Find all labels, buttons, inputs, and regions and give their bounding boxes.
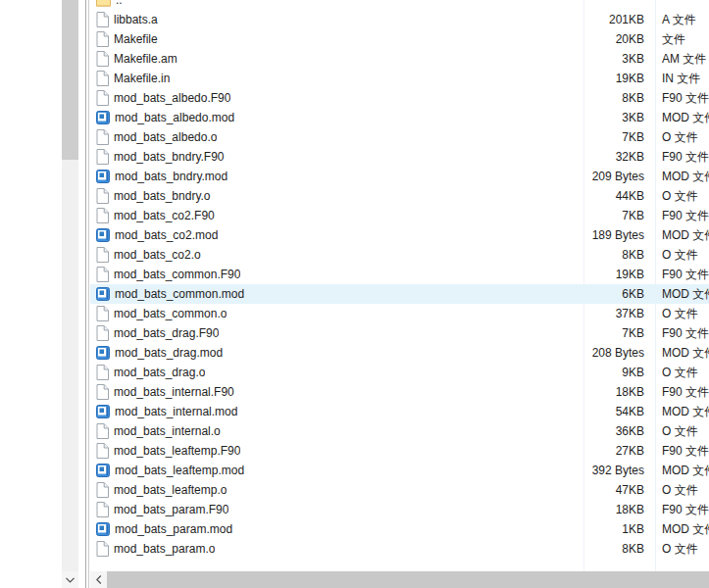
file-name: Makefile.in [114, 72, 170, 85]
file-row[interactable]: mod_bats_leaftemp.F90 27KB F90 文件 [90, 441, 709, 461]
file-row[interactable]: mod_bats_leaftemp.o 47KB O 文件 [90, 480, 709, 500]
file-size: 8KB [583, 542, 655, 556]
file-row[interactable]: mod_bats_param.F90 18KB F90 文件 [90, 500, 709, 519]
file-name-cell: Makefile.in [90, 71, 583, 86]
file-icon [96, 325, 109, 341]
file-row[interactable]: mod_bats_drag.F90 7KB F90 文件 [90, 323, 709, 343]
mod-file-icon [96, 228, 110, 242]
file-size: 19KB [583, 72, 655, 85]
file-manager-window: .. libbats.a 201KB A 文件 [0, 0, 709, 588]
file-row[interactable]: mod_bats_albedo.mod 3KB MOD 文件 [90, 108, 709, 127]
file-row[interactable]: mod_bats_param.mod 1KB MOD 文件 [90, 519, 709, 539]
file-size: 6KB [583, 287, 655, 301]
file-row[interactable]: mod_bats_bndry.F90 32KB F90 文件 [90, 147, 709, 167]
file-type: F90 文件 [655, 502, 709, 518]
file-name-cell: Makefile [90, 31, 583, 47]
file-name: mod_bats_co2.F90 [114, 209, 215, 222]
file-name-cell: mod_bats_param.o [90, 541, 583, 557]
file-row[interactable]: mod_bats_albedo.F90 8KB F90 文件 [90, 88, 709, 108]
file-list-rows: .. libbats.a 201KB A 文件 [90, 0, 709, 559]
file-name: mod_bats_bndry.o [114, 189, 211, 203]
file-name-cell: mod_bats_internal.o [90, 423, 583, 439]
file-name: mod_bats_leaftemp.mod [115, 464, 244, 477]
file-size: 392 Bytes [583, 464, 655, 477]
file-name-cell: mod_bats_leaftemp.mod [90, 464, 583, 477]
file-row[interactable]: mod_bats_drag.o 9KB O 文件 [90, 363, 709, 382]
file-name-cell: mod_bats_leaftemp.F90 [90, 443, 583, 459]
file-row[interactable]: mod_bats_co2.F90 7KB F90 文件 [90, 206, 709, 225]
file-size: 27KB [583, 444, 655, 458]
file-type: A 文件 [655, 12, 696, 28]
file-row[interactable]: .. [90, 0, 709, 10]
file-type: MOD 文件 [655, 227, 709, 244]
file-row[interactable]: mod_bats_bndry.mod 209 Bytes MOD 文件 [90, 167, 709, 186]
file-row[interactable]: mod_bats_internal.o 36KB O 文件 [90, 421, 709, 441]
file-row[interactable]: Makefile.in 19KB IN 文件 [90, 69, 709, 88]
file-type: IN 文件 [655, 71, 700, 87]
file-row[interactable]: mod_bats_co2.mod 189 Bytes MOD 文件 [90, 225, 709, 245]
file-row[interactable]: mod_bats_bndry.o 44KB O 文件 [90, 186, 709, 206]
file-icon [96, 247, 109, 263]
file-icon [96, 502, 109, 517]
file-name: Makefile [114, 32, 158, 46]
file-name-cell: mod_bats_internal.mod [90, 405, 583, 418]
file-name: mod_bats_bndry.mod [115, 170, 228, 183]
file-size: 209 Bytes [583, 170, 655, 183]
file-name: mod_bats_common.o [114, 307, 227, 320]
file-name: mod_bats_param.F90 [114, 503, 228, 516]
file-row[interactable]: Makefile 20KB 文件 [90, 29, 709, 49]
horizontal-scrollbar-thumb[interactable] [107, 571, 709, 588]
file-name: mod_bats_co2.o [114, 248, 201, 262]
file-row[interactable]: mod_bats_common.F90 19KB F90 文件 [90, 265, 709, 284]
file-type: O 文件 [655, 247, 698, 264]
file-name-cell: mod_bats_drag.F90 [90, 325, 583, 341]
file-icon [96, 188, 109, 204]
file-type: O 文件 [655, 365, 698, 381]
file-icon [96, 90, 109, 106]
file-row[interactable]: mod_bats_common.mod 6KB MOD 文件 [90, 284, 709, 304]
file-type: F90 文件 [655, 325, 709, 342]
file-name-cell: mod_bats_leaftemp.o [90, 482, 583, 498]
file-name-cell: mod_bats_param.F90 [90, 502, 583, 517]
file-name: mod_bats_drag.o [114, 366, 205, 379]
file-icon [96, 208, 109, 223]
file-name: Makefile.am [114, 52, 177, 66]
file-size: 44KB [583, 189, 655, 203]
vertical-scrollbar-thumb[interactable] [62, 0, 78, 160]
horizontal-scrollbar[interactable] [90, 571, 709, 588]
mod-file-icon [96, 346, 110, 360]
file-row[interactable]: libbats.a 201KB A 文件 [90, 10, 709, 29]
file-size: 19KB [583, 268, 655, 281]
file-row[interactable]: Makefile.am 3KB AM 文件 [90, 49, 709, 69]
file-row[interactable]: mod_bats_drag.mod 208 Bytes MOD 文件 [90, 343, 709, 363]
file-icon [96, 541, 109, 557]
file-type: O 文件 [655, 541, 698, 558]
file-row[interactable]: mod_bats_param.o 8KB O 文件 [90, 539, 709, 559]
file-row[interactable]: mod_bats_internal.F90 18KB F90 文件 [90, 382, 709, 402]
file-name-cell: mod_bats_common.F90 [90, 267, 583, 282]
file-icon [96, 482, 109, 498]
file-type: MOD 文件 [655, 463, 709, 479]
file-row[interactable]: mod_bats_albedo.o 7KB O 文件 [90, 127, 709, 147]
file-row[interactable]: mod_bats_co2.o 8KB O 文件 [90, 245, 709, 265]
mod-file-icon [96, 287, 110, 301]
file-name: mod_bats_albedo.mod [115, 111, 234, 124]
scroll-left-button[interactable] [90, 571, 107, 588]
vertical-scrollbar[interactable] [62, 0, 78, 571]
file-name: mod_bats_leaftemp.F90 [114, 444, 240, 458]
file-row[interactable]: mod_bats_internal.mod 54KB MOD 文件 [90, 402, 709, 421]
panel-divider-line [88, 0, 89, 588]
mod-file-icon [96, 464, 110, 477]
file-name-cell: mod_bats_drag.mod [90, 346, 583, 360]
file-size: 54KB [583, 405, 655, 418]
file-type: O 文件 [655, 129, 698, 146]
file-size: 7KB [583, 130, 655, 144]
file-row[interactable]: mod_bats_common.o 37KB O 文件 [90, 304, 709, 323]
file-name-cell: mod_bats_co2.F90 [90, 208, 583, 223]
scroll-down-button[interactable] [62, 571, 78, 588]
folder-icon [96, 0, 111, 7]
file-row[interactable]: mod_bats_leaftemp.mod 392 Bytes MOD 文件 [90, 461, 709, 480]
file-name-cell: mod_bats_internal.F90 [90, 384, 583, 400]
file-size: 3KB [583, 52, 655, 66]
file-type: MOD 文件 [655, 110, 709, 126]
